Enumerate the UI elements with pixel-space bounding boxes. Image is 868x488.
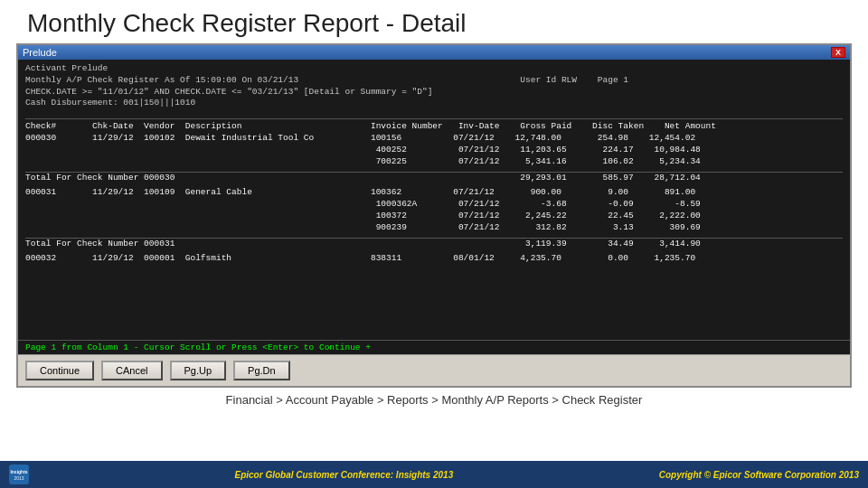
- svg-text:Insights: Insights: [10, 469, 27, 474]
- footer-bar: Insights 2013 Epicor Global Customer Con…: [0, 461, 868, 488]
- svg-rect-0: [9, 465, 29, 484]
- report-buttons-area: Continue CAncel Pg.Up Pg.Dn: [18, 354, 850, 386]
- report-data-row: 700225 07/21/12 5,341.16 106.02 5,234.34: [25, 156, 843, 168]
- header-line-3: CHECK.DATE >= "11/01/12" AND CHECK.DATE …: [25, 87, 843, 99]
- pgdn-button[interactable]: Pg.Dn: [233, 361, 290, 380]
- report-column-headers: Check# Chk-Date Vendor Description Invoi…: [25, 118, 843, 133]
- report-titlebar: Prelude X: [18, 45, 850, 60]
- svg-text:2013: 2013: [14, 475, 24, 481]
- footer-right-text: Copyright © Epicor Software Corporation …: [659, 470, 859, 480]
- report-data-row: 000032 11/29/12 000001 Golfsmith 838311 …: [25, 253, 843, 265]
- report-data-row: 000030 11/29/12 100102 Dewait Industrial…: [25, 133, 843, 145]
- report-window: Prelude X Activant Prelude Monthly A/P C…: [16, 43, 852, 388]
- report-content-area: Activant Prelude Monthly A/P Check Regis…: [18, 60, 850, 340]
- footer-logo: Insights 2013: [9, 465, 29, 484]
- header-line-1: Activant Prelude: [25, 63, 843, 75]
- report-subtotal-row: Total For Check Number 000031 3,119.39 3…: [25, 238, 843, 250]
- footer-left-text: Epicor Global Customer Conference: Insig…: [234, 470, 453, 480]
- report-data-row: 900239 07/21/12 312.82 3.13 309.69: [25, 222, 843, 234]
- pgup-button[interactable]: Pg.Up: [170, 361, 227, 380]
- breadcrumb: Financial > Account Payable > Reports > …: [0, 388, 868, 410]
- report-window-title: Prelude: [23, 47, 57, 58]
- report-subtotal-row: Total For Check Number 000030 29,293.01 …: [25, 172, 843, 184]
- page-title: Monthly Check Register Report - Detail: [0, 0, 868, 43]
- report-statusbar: Page 1 from Column 1 - Cursor Scroll or …: [18, 340, 850, 354]
- report-data-row: 000031 11/29/12 100109 General Cable 100…: [25, 187, 843, 199]
- cancel-button[interactable]: CAncel: [101, 361, 162, 380]
- header-line-2: Monthly A/P Check Register As Of 15:09:0…: [25, 75, 843, 87]
- header-line-4: Cash Disbursement: 001|150|||1010: [25, 98, 843, 109]
- report-data-row: 400252 07/21/12 11,203.65 224.17 10,984.…: [25, 145, 843, 156]
- report-data-row: 100372 07/21/12 2,245.22 22.45 2,222.00: [25, 211, 843, 222]
- report-data-row: 1000362A 07/21/12 -3.68 -0.09 -8.59: [25, 199, 843, 211]
- close-button[interactable]: X: [831, 47, 845, 58]
- continue-button[interactable]: Continue: [25, 361, 94, 380]
- report-header: Activant Prelude Monthly A/P Check Regis…: [25, 63, 843, 109]
- insights-logo-icon: Insights 2013: [9, 465, 29, 484]
